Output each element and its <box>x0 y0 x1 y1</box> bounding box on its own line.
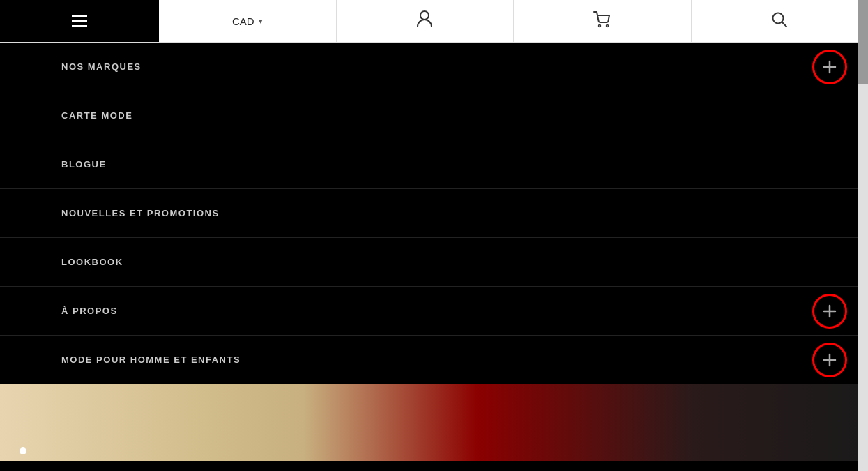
hero-image <box>0 384 868 461</box>
nav-item-label: À PROPOS <box>61 306 118 316</box>
cart-icon <box>593 11 611 31</box>
nav-menu: NOS MARQUES CARTE MODE BLOGUE NOUVELLES … <box>0 43 868 384</box>
svg-line-4 <box>782 22 787 27</box>
user-icon <box>417 10 432 31</box>
nav-item-label: MODE POUR HOMME ET ENFANTS <box>61 354 241 365</box>
nav-item-carte-mode[interactable]: CARTE MODE <box>0 91 868 140</box>
nav-item-mode-homme[interactable]: MODE POUR HOMME ET ENFANTS <box>0 336 868 384</box>
nav-item-label: CARTE MODE <box>61 110 132 121</box>
cart-button[interactable] <box>514 0 692 42</box>
expand-a-propos-button[interactable] <box>812 294 847 329</box>
nav-item-lookbook[interactable]: LOOKBOOK <box>0 238 868 287</box>
scrollbar[interactable] <box>858 0 868 471</box>
search-button[interactable] <box>692 0 869 42</box>
nav-item-a-propos[interactable]: À PROPOS <box>0 287 868 336</box>
nav-item-nos-marques[interactable]: NOS MARQUES <box>0 43 868 91</box>
expand-nos-marques-button[interactable] <box>812 50 847 84</box>
nav-item-label: LOOKBOOK <box>61 257 123 267</box>
header: CAD ▾ <box>0 0 868 43</box>
nav-item-nouvelles[interactable]: NOUVELLES ET PROMOTIONS <box>0 189 868 238</box>
nav-item-blogue[interactable]: BLOGUE <box>0 140 868 189</box>
scrollbar-thumb[interactable] <box>858 0 868 84</box>
svg-point-1 <box>598 25 600 27</box>
expand-mode-homme-button[interactable] <box>812 343 847 377</box>
search-icon <box>772 12 787 30</box>
svg-point-2 <box>606 25 608 27</box>
nav-item-label: BLOGUE <box>61 159 107 170</box>
menu-toggle[interactable] <box>0 0 159 42</box>
chevron-down-icon: ▾ <box>259 17 263 26</box>
svg-point-0 <box>420 11 429 20</box>
user-account-button[interactable] <box>337 0 515 42</box>
currency-selector[interactable]: CAD ▾ <box>159 0 337 42</box>
hamburger-icon <box>72 15 87 27</box>
nav-item-label: NOUVELLES ET PROMOTIONS <box>61 208 220 218</box>
currency-label: CAD <box>232 15 254 27</box>
nav-item-label: NOS MARQUES <box>61 61 142 72</box>
carousel-dot[interactable] <box>20 447 26 454</box>
